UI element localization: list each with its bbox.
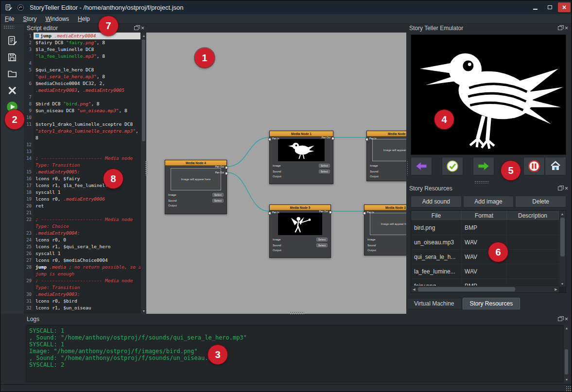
resources-table-body[interactable]: bird.pngBMPun_oiseau.mp3WAVqui_sera_le_h… (411, 221, 559, 287)
code-line[interactable]: 11$story1_drako_luminelle_sceptre DC8 (24, 121, 140, 128)
input-port[interactable] (268, 212, 271, 215)
code-line[interactable]: 4 (24, 60, 140, 67)
tab-virtual-machine[interactable]: Virtual Machine (407, 298, 462, 309)
code-line[interactable]: 20ret (24, 203, 140, 209)
code-editor[interactable]: 1jump .mediaEntry00042$fairy DC8 "fairy.… (24, 33, 140, 314)
graph-node[interactable]: Media Node 5ImageSelectSoundSelectOutput… (269, 205, 331, 258)
code-line[interactable]: 8 (24, 135, 140, 141)
code-line[interactable]: jump is enough (24, 271, 140, 277)
code-line[interactable]: 17lcons r1, $la_fee_luminelle (24, 182, 140, 189)
scroll-left-arrow[interactable]: ◀ (411, 287, 417, 292)
scroll-down-arrow[interactable]: ▼ (559, 281, 565, 287)
scroll-handle[interactable] (418, 287, 515, 291)
close-button[interactable]: × (558, 2, 571, 12)
code-line[interactable]: 1jump .mediaEntry0004 (24, 33, 140, 39)
code-line[interactable]: 6$mediaChoice0004 DC32, 2, (24, 80, 140, 87)
minimize-button[interactable] (529, 2, 541, 12)
code-line[interactable]: 10 (24, 114, 140, 121)
splitter-grip[interactable] (145, 161, 148, 175)
code-line[interactable]: 16lcons r0, $fairy (24, 175, 140, 182)
code-line[interactable]: 7 (24, 94, 140, 101)
node-canvas[interactable]: Media Node 4Image will appear hereImageS… (146, 33, 406, 314)
splitter-grip[interactable] (290, 311, 304, 314)
output-port[interactable] (329, 211, 332, 214)
column-header-description[interactable]: Description (507, 211, 559, 220)
close-panel-icon[interactable]: × (565, 317, 568, 322)
toolbar-grip[interactable] (3, 25, 14, 29)
code-line[interactable]: 27lcons r0, $mediaChoice0004 (24, 257, 140, 264)
new-script-button[interactable] (4, 34, 20, 48)
tab-story-resources[interactable]: Story Resources (463, 298, 520, 309)
code-line[interactable]: 19lcons r0, .mediaEntry0006 (24, 196, 140, 203)
ok-button[interactable] (442, 157, 463, 175)
code-line[interactable]: 29; ---------------------- Media node (24, 277, 140, 284)
select-button[interactable]: Select (212, 199, 224, 203)
next-button[interactable] (473, 157, 494, 175)
code-line[interactable]: 3$la_fee_luminelle DC8 (24, 46, 140, 53)
code-line[interactable]: 31lcons r0, $bird (24, 298, 140, 305)
scroll-up-arrow[interactable]: ▲ (559, 211, 565, 217)
table-row[interactable]: qui_sera_le_h...WAV (411, 250, 559, 264)
code-line[interactable]: Type: Transition (24, 162, 140, 169)
graph-node-title[interactable]: Media Node 3 (364, 205, 406, 210)
resize-grip[interactable] (566, 386, 571, 391)
select-button[interactable]: Select (319, 164, 330, 168)
code-line[interactable]: 9$un_oiseau DC8 "un_oiseau.mp3", 8 (24, 107, 140, 114)
scroll-right-arrow[interactable]: ▶ (553, 287, 559, 292)
graph-node[interactable]: Media Node 3Image will appear hereImageS… (364, 205, 406, 256)
graph-node-title[interactable]: Media Node 2 (367, 131, 406, 136)
code-line[interactable]: "la_fee_luminelle.mp3", 8 (24, 53, 140, 60)
code-line[interactable]: Type: Choice (24, 223, 140, 230)
float-panel-icon[interactable] (558, 317, 562, 321)
code-line[interactable]: 22; ---------------------- Media node (24, 216, 140, 223)
table-row[interactable]: un_oiseau.mp3WAV (411, 235, 559, 250)
graph-node[interactable]: Media Node 4Image will appear hereImageS… (165, 160, 227, 214)
logs-console[interactable]: SYSCALL: 1, Sound: "/home/anthony/ostpro… (26, 325, 563, 382)
code-line[interactable]: 18syscall 1 (24, 189, 140, 196)
code-line[interactable]: 5$qui_sera_le_hero DC8 (24, 67, 140, 73)
menu-windows[interactable]: Windows (41, 15, 73, 23)
logs-scrollbar[interactable]: ▲ ▼ (563, 325, 569, 382)
code-line[interactable]: 25lcons r1, $qui_sera_le_hero (24, 243, 140, 250)
code-line[interactable]: 12 (24, 141, 140, 148)
menu-file[interactable]: File (0, 15, 18, 23)
float-panel-icon[interactable] (134, 26, 139, 30)
pause-button[interactable] (523, 157, 545, 175)
menu-bar[interactable]: FileStoryWindowsHelp (0, 14, 572, 24)
code-line[interactable]: Type: Transition (24, 284, 140, 291)
code-line[interactable]: 32lcons r1, $un_oiseau (24, 305, 140, 311)
input-port[interactable] (268, 138, 271, 141)
code-line[interactable]: 8$bird DC8 "bird.png", 8 (24, 101, 140, 107)
open-button[interactable] (4, 67, 20, 81)
column-header-file[interactable]: File (411, 211, 462, 220)
output-port[interactable] (225, 166, 228, 169)
input-port[interactable] (363, 212, 366, 215)
add-sound-button[interactable]: Add sound (411, 196, 462, 207)
code-line[interactable]: 2$fairy DC8 "fairy.png", 8 (24, 39, 140, 46)
table-row[interactable]: bird.pngBMP (411, 221, 559, 235)
code-line[interactable]: 23.mediaEntry0004: (24, 230, 140, 237)
float-panel-icon[interactable] (558, 187, 562, 190)
close-panel-icon[interactable]: × (565, 186, 568, 191)
code-line[interactable]: 26syscall 1 (24, 250, 140, 257)
close-panel-icon[interactable]: × (141, 26, 144, 31)
scroll-handle[interactable] (565, 349, 568, 375)
output-port[interactable] (331, 137, 334, 140)
menu-help[interactable]: Help (73, 15, 94, 23)
select-button[interactable]: Select (316, 238, 328, 241)
code-line[interactable]: 28jump .media ; no return possible, so a (24, 264, 140, 271)
code-line[interactable]: 13 (24, 148, 140, 155)
scroll-down-arrow[interactable]: ▼ (564, 376, 570, 382)
add-image-button[interactable]: Add image (463, 196, 514, 207)
graph-node[interactable]: Media Node 2Image will appear hereImageS… (366, 131, 406, 181)
table-vertical-scrollbar[interactable]: ▲ ▼ (559, 211, 566, 287)
select-button[interactable]: Select (319, 170, 330, 173)
column-header-format[interactable]: Format (462, 211, 507, 220)
float-panel-icon[interactable] (558, 26, 562, 30)
select-button[interactable]: Select (316, 243, 328, 247)
menu-story[interactable]: Story (18, 15, 41, 23)
previous-button[interactable] (411, 157, 432, 175)
close-panel-icon[interactable]: × (565, 26, 568, 31)
graph-node[interactable]: Media Node 1ImageSelectSoundSelectOutput… (269, 131, 333, 184)
code-line[interactable]: "qui_sera_le_hero.mp3", 8 (24, 73, 140, 80)
